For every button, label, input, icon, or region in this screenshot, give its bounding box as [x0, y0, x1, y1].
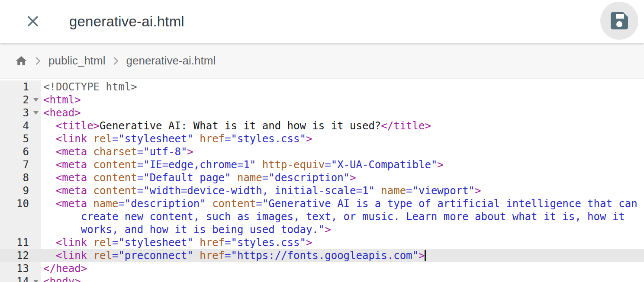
- line-gutter: 4: [0, 119, 41, 132]
- code-line[interactable]: 10 <meta name="description" content="Gen…: [0, 197, 644, 210]
- code-text[interactable]: works, and how it is being used today.">: [41, 223, 331, 236]
- fold-spacer: [31, 119, 41, 132]
- close-button[interactable]: [23, 11, 43, 32]
- code-text[interactable]: <meta content="width=device-width, initi…: [41, 184, 481, 197]
- code-text[interactable]: <link rel="preconnect" href="https://fon…: [41, 249, 426, 262]
- line-number: 4: [0, 119, 31, 132]
- line-gutter: 12: [0, 249, 41, 262]
- code-line[interactable]: 4 <title>Generative AI: What is it and h…: [0, 119, 644, 132]
- line-number: 7: [0, 158, 31, 171]
- chevron-right-icon: [34, 56, 42, 66]
- code-line[interactable]: create new content, such as images, text…: [0, 210, 644, 223]
- line-number: 3: [0, 106, 31, 119]
- code-line[interactable]: 2<html>: [0, 93, 644, 106]
- chevron-right-icon: [112, 56, 120, 66]
- fold-spacer: [31, 171, 41, 184]
- fold-spacer: [31, 223, 41, 236]
- line-gutter: 14: [0, 275, 41, 282]
- fold-spacer: [31, 236, 41, 249]
- line-gutter: 11: [0, 236, 41, 249]
- line-gutter: 5: [0, 132, 41, 145]
- fold-arrow-icon: [33, 280, 39, 282]
- fold-spacer: [31, 262, 41, 275]
- code-line-active[interactable]: 12 <link rel="preconnect" href="https://…: [0, 249, 644, 262]
- line-number: 5: [0, 132, 31, 145]
- code-line[interactable]: 9 <meta content="width=device-width, ini…: [0, 184, 644, 197]
- code-line[interactable]: 1<!DOCTYPE html>: [0, 80, 644, 93]
- line-gutter: 1: [0, 80, 41, 93]
- fold-spacer: [31, 158, 41, 171]
- code-text[interactable]: <link rel="stylesheet" href="styles.css"…: [41, 132, 312, 145]
- code-text[interactable]: <meta charset="utf-8">: [41, 145, 193, 158]
- fold-spacer: [31, 184, 41, 197]
- code-editor[interactable]: 1<!DOCTYPE html>2<html>3<head>4 <title>G…: [0, 79, 644, 282]
- code-text[interactable]: <meta content="IE=edge,chrome=1" http-eq…: [41, 158, 444, 171]
- fold-arrow-icon: [33, 98, 39, 102]
- code-line[interactable]: 6 <meta charset="utf-8">: [0, 145, 644, 158]
- line-gutter: [0, 223, 41, 236]
- code-text[interactable]: <body>: [41, 275, 81, 282]
- code-text[interactable]: create new content, such as images, text…: [41, 210, 625, 223]
- line-gutter: 9: [0, 184, 41, 197]
- fold-spacer: [31, 145, 41, 158]
- fold-spacer: [31, 80, 41, 93]
- line-number: 10: [0, 197, 31, 210]
- code-line[interactable]: works, and how it is being used today.">: [0, 223, 644, 236]
- breadcrumb-item-folder[interactable]: public_html: [48, 54, 106, 67]
- line-number: 9: [0, 184, 31, 197]
- code-text[interactable]: <title>Generative AI: What is it and how…: [41, 119, 431, 132]
- save-floppy-icon: [611, 12, 628, 29]
- code-line[interactable]: 3<head>: [0, 106, 644, 119]
- breadcrumb-item-file: generative-ai.html: [126, 54, 216, 67]
- fold-toggle[interactable]: [31, 106, 41, 119]
- text-cursor: [425, 250, 426, 261]
- close-icon: [26, 14, 40, 30]
- line-number: 2: [0, 93, 31, 106]
- code-text[interactable]: <html>: [41, 93, 81, 106]
- save-button[interactable]: [600, 2, 638, 40]
- code-line[interactable]: 14<body>: [0, 275, 644, 282]
- code-text[interactable]: </head>: [41, 262, 87, 275]
- code-line[interactable]: 13</head>: [0, 262, 644, 275]
- title-bar: generative-ai.html: [0, 0, 644, 43]
- fold-spacer: [31, 210, 41, 223]
- line-number: 1: [0, 80, 31, 93]
- line-gutter: 8: [0, 171, 41, 184]
- code-text[interactable]: <meta content="Default page" name="descr…: [41, 171, 356, 184]
- line-number: 13: [0, 262, 31, 275]
- fold-toggle[interactable]: [31, 275, 41, 282]
- code-text[interactable]: <head>: [41, 106, 81, 119]
- line-gutter: 2: [0, 93, 41, 106]
- code-line[interactable]: 5 <link rel="stylesheet" href="styles.cs…: [0, 132, 644, 145]
- line-number: 14: [0, 275, 31, 282]
- code-line[interactable]: 11 <link rel="stylesheet" href="styles.c…: [0, 236, 644, 249]
- line-number: 6: [0, 145, 31, 158]
- line-gutter: 10: [0, 197, 41, 210]
- code-line[interactable]: 8 <meta content="Default page" name="des…: [0, 171, 644, 184]
- breadcrumb: public_html generative-ai.html: [0, 43, 644, 79]
- home-icon[interactable]: [15, 54, 28, 67]
- code-line[interactable]: 7 <meta content="IE=edge,chrome=1" http-…: [0, 158, 644, 171]
- line-gutter: 3: [0, 106, 41, 119]
- fold-spacer: [31, 197, 41, 210]
- line-gutter: 7: [0, 158, 41, 171]
- code-text[interactable]: <!DOCTYPE html>: [41, 80, 137, 93]
- fold-arrow-icon: [33, 111, 39, 115]
- fold-toggle[interactable]: [31, 93, 41, 106]
- fold-spacer: [31, 132, 41, 145]
- line-number: 8: [0, 171, 31, 184]
- line-gutter: 13: [0, 262, 41, 275]
- code-text[interactable]: <link rel="stylesheet" href="styles.css"…: [41, 236, 312, 249]
- line-gutter: 6: [0, 145, 41, 158]
- line-gutter: [0, 210, 41, 223]
- document-title: generative-ai.html: [69, 13, 184, 30]
- code-text[interactable]: <meta name="description" content="Genera…: [41, 197, 638, 210]
- line-number: 12: [0, 249, 31, 262]
- line-number: 11: [0, 236, 31, 249]
- fold-spacer: [31, 249, 41, 262]
